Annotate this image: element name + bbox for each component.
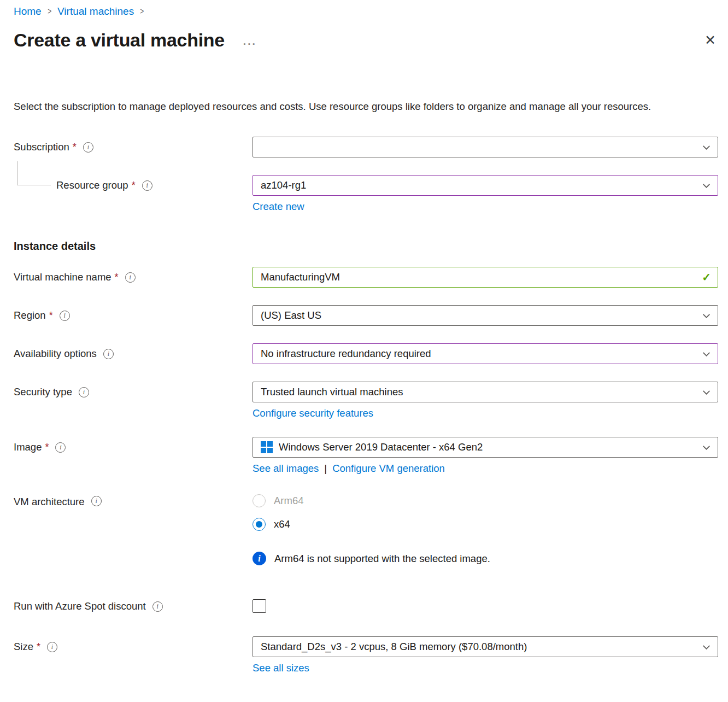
chevron-down-icon xyxy=(702,311,711,320)
vm-architecture-option-x64[interactable]: x64 xyxy=(253,518,718,531)
azure-spot-control xyxy=(253,596,718,615)
create-new-link[interactable]: Create new xyxy=(253,201,304,213)
security-type-value: Trusted launch virtual machines xyxy=(261,386,696,398)
required-marker: * xyxy=(37,641,40,653)
image-row: Image * i Windows Server 2019 Datacenter… xyxy=(14,437,718,475)
azure-spot-label-text: Run with Azure Spot discount xyxy=(14,600,146,612)
info-icon[interactable]: i xyxy=(79,387,89,397)
azure-spot-label: Run with Azure Spot discount i xyxy=(14,596,253,617)
info-icon[interactable]: i xyxy=(83,142,93,153)
region-value: (US) East US xyxy=(261,309,696,321)
breadcrumb-virtual-machines-link[interactable]: Virtual machines xyxy=(57,5,134,17)
vm-name-label-text: Virtual machine name xyxy=(14,271,111,283)
security-type-row: Security type i Trusted launch virtual m… xyxy=(14,382,718,419)
info-icon[interactable]: i xyxy=(60,311,70,321)
image-control: Windows Server 2019 Datacenter - x64 Gen… xyxy=(253,437,718,475)
image-value: Windows Server 2019 Datacenter - x64 Gen… xyxy=(279,441,696,453)
radio-label-x64: x64 xyxy=(274,518,290,530)
see-all-images-link[interactable]: See all images xyxy=(253,463,319,475)
vm-architecture-option-arm64[interactable]: Arm64 xyxy=(253,494,718,507)
more-options-button[interactable]: ··· xyxy=(243,38,257,50)
size-control: Standard_D2s_v3 - 2 vcpus, 8 GiB memory … xyxy=(253,636,718,674)
info-icon[interactable]: i xyxy=(55,442,66,453)
subscription-control xyxy=(253,137,718,157)
region-label-text: Region xyxy=(14,309,46,321)
info-icon[interactable]: i xyxy=(91,496,102,506)
vm-name-row: Virtual machine name * i ManufacturingVM… xyxy=(14,267,718,288)
close-button[interactable]: ✕ xyxy=(704,33,716,47)
availability-options-select[interactable]: No infrastructure redundancy required xyxy=(253,343,718,364)
required-marker: * xyxy=(115,272,119,283)
size-label: Size * i xyxy=(14,636,253,657)
resource-group-row: Resource group * i az104-rg1 Create new xyxy=(14,175,718,213)
chevron-down-icon xyxy=(702,143,711,152)
breadcrumb-home-link[interactable]: Home xyxy=(14,5,42,17)
size-label-text: Size xyxy=(14,641,33,653)
availability-options-control: No infrastructure redundancy required xyxy=(253,343,718,364)
resource-group-select[interactable]: az104-rg1 xyxy=(253,175,718,196)
vm-name-input[interactable]: ManufacturingVM ✓ xyxy=(253,267,718,288)
radio-label-arm64: Arm64 xyxy=(274,495,304,507)
vm-architecture-label: VM architecture i xyxy=(14,494,253,515)
info-icon[interactable]: i xyxy=(152,601,163,612)
resource-group-control: az104-rg1 Create new xyxy=(253,175,718,213)
breadcrumb: Home > Virtual machines > xyxy=(0,0,728,17)
image-select[interactable]: Windows Server 2019 Datacenter - x64 Gen… xyxy=(253,437,718,458)
info-icon[interactable]: i xyxy=(103,349,114,359)
region-select[interactable]: (US) East US xyxy=(253,305,718,326)
image-links: See all images | Configure VM generation xyxy=(253,463,718,475)
required-marker: * xyxy=(45,442,49,453)
image-label: Image * i xyxy=(14,437,253,458)
intro-text: Select the subscription to manage deploy… xyxy=(14,98,708,115)
windows-logo-icon xyxy=(261,441,273,453)
see-all-sizes-link[interactable]: See all sizes xyxy=(253,662,309,674)
required-marker: * xyxy=(73,142,77,153)
breadcrumb-separator-icon: > xyxy=(48,7,51,16)
subscription-label: Subscription * i xyxy=(14,137,253,157)
availability-options-label-text: Availability options xyxy=(14,348,97,360)
region-control: (US) East US xyxy=(253,305,718,326)
subscription-row: Subscription * i xyxy=(14,137,718,157)
subscription-select[interactable] xyxy=(253,137,718,157)
availability-options-value: No infrastructure redundancy required xyxy=(261,348,696,360)
subscription-label-text: Subscription xyxy=(14,141,69,153)
page-title: Create a virtual machine xyxy=(14,30,225,51)
chevron-down-icon xyxy=(702,181,711,190)
security-type-label: Security type i xyxy=(14,382,253,402)
azure-spot-row: Run with Azure Spot discount i xyxy=(14,596,718,617)
vm-name-control: ManufacturingVM ✓ xyxy=(253,267,718,288)
vm-architecture-row: VM architecture i Arm64 x64 i Arm64 is n… xyxy=(14,494,718,565)
info-filled-icon: i xyxy=(253,552,266,565)
instance-details-heading: Instance details xyxy=(14,240,718,253)
radio-selected-icon xyxy=(253,518,266,531)
breadcrumb-separator-icon: > xyxy=(140,7,144,16)
chevron-down-icon xyxy=(702,443,711,452)
configure-vm-generation-link[interactable]: Configure VM generation xyxy=(332,463,445,475)
radio-unselected-icon xyxy=(253,494,266,507)
resource-group-value: az104-rg1 xyxy=(261,179,696,191)
info-icon[interactable]: i xyxy=(47,642,57,652)
security-type-label-text: Security type xyxy=(14,386,72,398)
size-select[interactable]: Standard_D2s_v3 - 2 vcpus, 8 GiB memory … xyxy=(253,636,718,657)
availability-options-label: Availability options i xyxy=(14,343,253,364)
security-type-select[interactable]: Trusted launch virtual machines xyxy=(253,382,718,402)
chevron-down-icon xyxy=(702,349,711,359)
info-icon[interactable]: i xyxy=(142,180,152,191)
availability-options-row: Availability options i No infrastructure… xyxy=(14,343,718,364)
valid-check-icon: ✓ xyxy=(702,271,711,284)
configure-security-features-link[interactable]: Configure security features xyxy=(253,407,373,419)
vm-architecture-control: Arm64 x64 i Arm64 is not supported with … xyxy=(253,494,718,565)
region-row: Region * i (US) East US xyxy=(14,305,718,326)
arch-info-message-text: Arm64 is not supported with the selected… xyxy=(274,553,490,565)
resource-group-label: Resource group * i xyxy=(14,175,253,196)
required-marker: * xyxy=(49,310,53,321)
arch-info-message: i Arm64 is not supported with the select… xyxy=(253,552,718,565)
chevron-down-icon xyxy=(702,388,711,397)
size-value: Standard_D2s_v3 - 2 vcpus, 8 GiB memory … xyxy=(261,641,696,653)
azure-spot-checkbox[interactable] xyxy=(253,599,266,613)
info-icon[interactable]: i xyxy=(125,272,136,283)
create-vm-form: Subscription * i Resource group * i xyxy=(0,137,728,687)
page-header: Create a virtual machine ··· ✕ xyxy=(0,17,728,51)
chevron-down-icon xyxy=(702,642,711,652)
image-label-text: Image xyxy=(14,441,42,453)
